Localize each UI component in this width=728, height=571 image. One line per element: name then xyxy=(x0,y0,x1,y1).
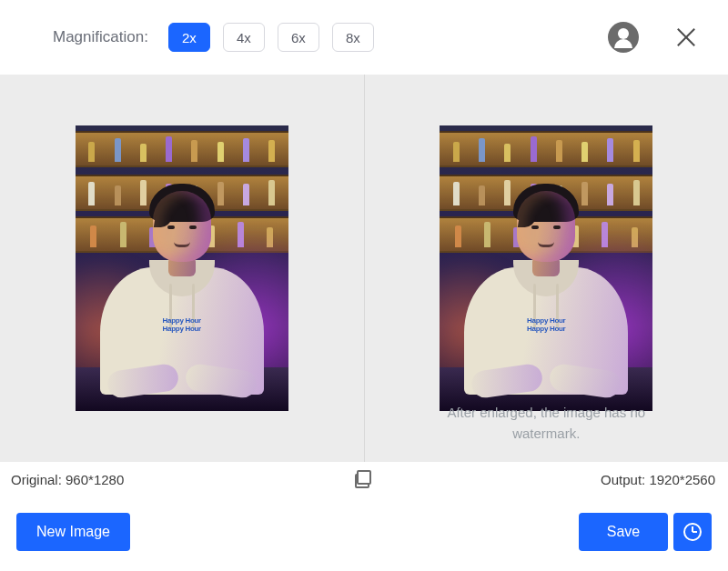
clock-icon xyxy=(683,523,702,541)
save-button[interactable]: Save xyxy=(579,513,668,551)
output-image: Happy HourHappy Hour xyxy=(440,125,652,411)
compare-icon[interactable] xyxy=(355,471,371,487)
magnification-6x[interactable]: 6x xyxy=(278,23,319,52)
original-image: Happy HourHappy Hour xyxy=(76,125,288,411)
magnification-options: 2x 4x 6x 8x xyxy=(168,23,374,52)
preview-area: Happy HourHappy Hour xyxy=(0,75,728,462)
output-pane: Happy HourHappy Hour After enlarged, the… xyxy=(365,75,729,462)
history-button[interactable] xyxy=(673,513,712,551)
close-icon[interactable] xyxy=(675,26,697,48)
footer-bar: New Image Save xyxy=(0,496,728,571)
user-account-icon[interactable] xyxy=(608,22,639,53)
magnification-4x[interactable]: 4x xyxy=(223,23,265,52)
resolution-info-bar: Original: 960*1280 Output: 1920*2560 xyxy=(0,462,728,496)
upscaler-window: Magnification: 2x 4x 6x 8x xyxy=(0,0,728,571)
magnification-2x[interactable]: 2x xyxy=(168,23,210,52)
original-resolution: Original: 960*1280 xyxy=(11,472,345,487)
magnification-8x[interactable]: 8x xyxy=(332,23,374,52)
hoodie-text: Happy Hour xyxy=(163,316,201,325)
original-pane: Happy HourHappy Hour xyxy=(0,75,364,462)
header-bar: Magnification: 2x 4x 6x 8x xyxy=(0,0,728,75)
output-resolution: Output: 1920*2560 xyxy=(381,472,715,487)
magnification-label: Magnification: xyxy=(53,28,148,46)
new-image-button[interactable]: New Image xyxy=(16,513,130,551)
save-group: Save xyxy=(579,513,712,551)
